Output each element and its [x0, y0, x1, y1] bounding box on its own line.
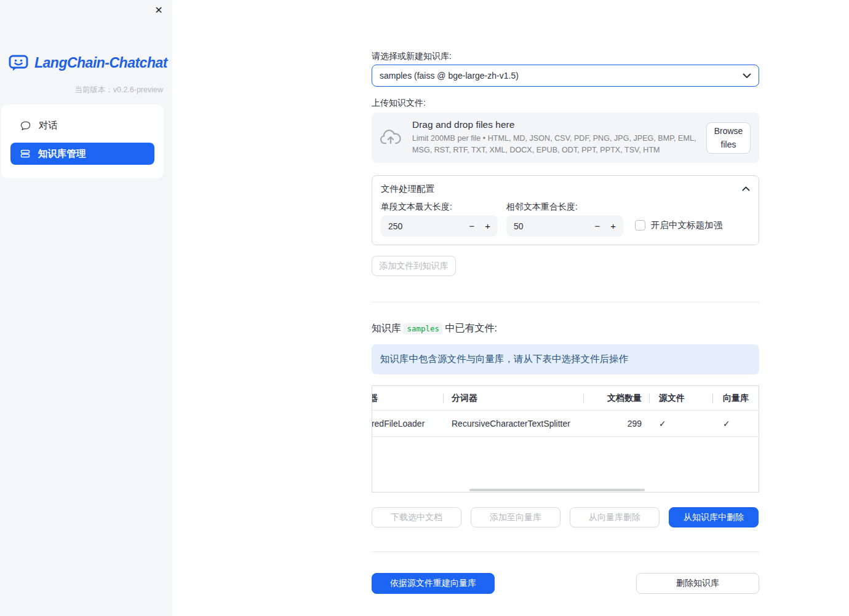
chat-bubble-icon: [20, 120, 31, 131]
dropzone-limits: Limit 200MB per file • HTML, MD, JSON, C…: [412, 133, 704, 156]
zh-title-label: 开启中文标题加强: [651, 219, 722, 231]
chunk-size-label: 单段文本最大长度:: [381, 202, 452, 213]
sidebar-item-label: 对话: [39, 119, 58, 132]
column-separator: [443, 393, 444, 403]
kb-files-heading: 知识库 samples 中已有文件:: [372, 322, 759, 335]
zh-title-checkbox[interactable]: [635, 220, 645, 231]
cell-splitter: RecursiveCharacterTextSplitter: [443, 419, 583, 428]
dropzone-title: Drag and drop files here: [412, 119, 704, 130]
table-header-row: 文档加载器 分词器 文档数量 源文件 向量库: [372, 386, 759, 411]
divider: [372, 551, 759, 552]
increment-icon[interactable]: +: [610, 221, 616, 231]
column-header-splitter: 分词器: [443, 393, 583, 404]
kb-files-table[interactable]: 文档加载器 分词器 文档数量 源文件 向量库 UnstructuredFileL…: [372, 385, 759, 492]
uploader-label: 上传知识文件:: [372, 98, 759, 109]
close-sidebar-icon[interactable]: ✕: [153, 5, 164, 16]
chatchat-logo-icon: [7, 52, 30, 74]
chunk-overlap-value: 50: [514, 221, 524, 231]
column-separator: [649, 393, 650, 403]
zh-title-checkbox-row: 开启中文标题加强: [635, 219, 722, 231]
column-header-source-file: 源文件: [649, 393, 712, 404]
info-alert: 知识库中包含源文件与向量库，请从下表中选择文件后操作: [372, 344, 759, 374]
chunk-size-value: 250: [388, 221, 402, 231]
kb-select-label: 请选择或新建知识库:: [372, 51, 759, 62]
rebuild-vector-store-button[interactable]: 依据源文件重建向量库: [372, 573, 495, 594]
column-header-doc-count: 文档数量: [583, 393, 649, 404]
table-row[interactable]: UnstructuredFileLoader RecursiveCharacte…: [372, 411, 759, 437]
download-selected-button[interactable]: 下载选中文档: [372, 507, 461, 527]
sidebar-item-dialogue[interactable]: 对话: [10, 114, 154, 136]
cell-loader: UnstructuredFileLoader: [372, 419, 443, 428]
version-text: 当前版本：v0.2.6-preview: [74, 85, 163, 95]
info-alert-text: 知识库中包含源文件与向量库，请从下表中选择文件后操作: [380, 353, 628, 366]
sidebar-menu: 对话 知识库管理: [1, 105, 164, 178]
expander-header[interactable]: 文件处理配置: [381, 182, 750, 195]
expander-title: 文件处理配置: [381, 183, 434, 195]
add-to-vector-store-button[interactable]: 添加至向量库: [471, 507, 560, 527]
knowledge-base-icon: [20, 149, 30, 159]
kb-name-code: samples: [404, 323, 442, 334]
kb-select-value: samples (faiss @ bge-large-zh-v1.5): [380, 71, 519, 81]
file-dropzone[interactable]: Drag and drop files here Limit 200MB per…: [372, 113, 759, 163]
column-header-loader: 文档加载器: [372, 393, 443, 404]
browse-files-button[interactable]: Browse files: [706, 122, 751, 154]
increment-icon[interactable]: +: [485, 221, 490, 231]
chunk-overlap-label: 相邻文本重合长度:: [506, 202, 578, 213]
app-title: LangChain-Chatchat: [34, 55, 167, 71]
dropzone-text: Drag and drop files here Limit 200MB per…: [412, 119, 704, 156]
decrement-icon[interactable]: −: [594, 221, 600, 231]
column-separator: [583, 393, 584, 403]
sidebar-item-label: 知识库管理: [38, 148, 86, 160]
delete-from-kb-button[interactable]: 从知识库中删除: [669, 507, 759, 527]
decrement-icon[interactable]: −: [469, 221, 474, 231]
kb-select-dropdown[interactable]: samples (faiss @ bge-large-zh-v1.5): [372, 65, 759, 87]
delete-from-vector-store-button[interactable]: 从向量库删除: [570, 507, 660, 527]
cell-source-file-check: ✓: [649, 419, 712, 428]
divider: [372, 302, 759, 302]
sidebar-item-knowledge-base[interactable]: 知识库管理: [10, 143, 154, 165]
column-separator: [712, 393, 713, 403]
main-content: 请选择或新建知识库: samples (faiss @ bge-large-zh…: [172, 0, 849, 616]
cloud-upload-icon: [380, 129, 401, 146]
chunk-size-input[interactable]: 250 − +: [381, 215, 498, 237]
horizontal-scrollbar[interactable]: [469, 489, 645, 491]
sidebar: ✕ LangChain-Chatchat 当前版本：v0.2.6-preview…: [0, 0, 172, 616]
file-config-expander: 文件处理配置 单段文本最大长度: 相邻文本重合长度: 250 − + 50 − …: [372, 175, 759, 245]
chunk-overlap-input[interactable]: 50 − +: [506, 215, 623, 237]
column-header-vector-store: 向量库: [712, 393, 759, 404]
app-logo: LangChain-Chatchat: [7, 52, 167, 74]
delete-kb-button[interactable]: 删除知识库: [636, 573, 759, 594]
cell-doc-count: 299: [583, 419, 649, 428]
chevron-up-icon: [742, 186, 750, 191]
chevron-down-icon: [743, 73, 751, 79]
add-files-to-kb-button[interactable]: 添加文件到知识库: [372, 256, 456, 276]
cell-vector-store-check: ✓: [712, 419, 759, 428]
